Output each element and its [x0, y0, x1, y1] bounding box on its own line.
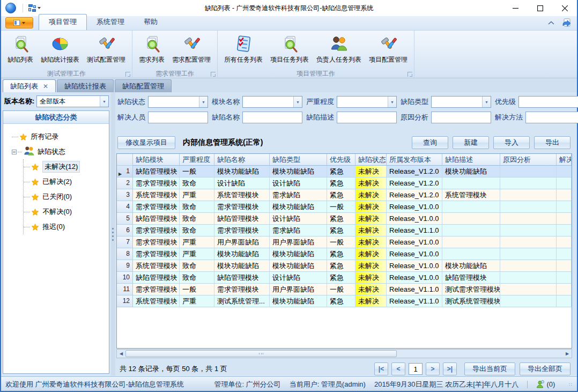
ribbon-button-缺陷列表[interactable]: 缺陷列表: [4, 33, 36, 66]
tree-item-不解决(0)[interactable]: ★不解决(0): [24, 204, 109, 219]
column-header-缺陷描述[interactable]: 缺陷描述: [442, 154, 500, 166]
cell: [442, 177, 500, 189]
doc-tab-缺陷统计报表[interactable]: 缺陷统计报表: [57, 79, 114, 92]
table-row[interactable]: 9系统管理模块致命模块功能缺陷模块功能缺陷紧急未解决Release_V1.0.0…: [117, 260, 572, 272]
scrollbar-thumb[interactable]: [125, 350, 397, 357]
tree-item-未解决(12)[interactable]: ★未解决(12): [24, 159, 109, 174]
grid-header-row: 缺陷模块严重程度缺陷名称缺陷类型优先级缺陷状态所属发布版本缺陷描述原因分析解决: [117, 154, 572, 166]
table-row[interactable]: 10缺陷管理模块致命缺陷管理模块设计缺陷紧急未解决Release_V1.0.0缺…: [117, 272, 572, 284]
column-header-缺陷模块[interactable]: 缺陷模块: [133, 154, 180, 166]
ribbon-group-label: 项目管理工作: [218, 69, 414, 77]
action-button-查询[interactable]: 查询: [412, 136, 448, 149]
scrollbar-track[interactable]: [125, 350, 563, 358]
ribbon-button-测试配置管理[interactable]: 测试配置管理: [84, 33, 129, 66]
help-button[interactable]: [562, 18, 572, 28]
action-button-导出[interactable]: 导出: [534, 136, 570, 149]
expander-minus-icon[interactable]: [12, 150, 17, 154]
minimize-button[interactable]: [503, 0, 528, 16]
ribbon-button-项目配置管理[interactable]: 项目配置管理: [366, 33, 411, 66]
column-header-缺陷状态[interactable]: 缺陷状态: [355, 154, 387, 166]
filter-input-原因分析[interactable]: [431, 112, 491, 123]
page-number-input[interactable]: [409, 363, 423, 375]
column-header-优先级[interactable]: 优先级: [327, 154, 355, 166]
splitter-handle[interactable]: [111, 92, 115, 376]
ribbon-tab-帮助[interactable]: 帮助: [134, 14, 167, 30]
close-button[interactable]: [552, 0, 577, 16]
column-header-缺陷类型[interactable]: 缺陷类型: [270, 154, 327, 166]
ribbon-button-缺陷统计报表[interactable]: 缺陷统计报表: [38, 33, 83, 66]
tree-item-所有记录[interactable]: ★所有记录: [12, 129, 109, 144]
collapse-ribbon-button[interactable]: [548, 21, 554, 25]
ribbon-button-需求配置管理[interactable]: 需求配置管理: [169, 33, 214, 66]
table-row[interactable]: 6需求管理模块致命需求管理模块需求缺陷紧急未解决Release_V1.1.0: [117, 225, 572, 236]
filter-input-缺陷描述[interactable]: [337, 112, 397, 123]
column-header-严重程度[interactable]: 严重程度: [180, 154, 214, 166]
first-page-button[interactable]: |<: [374, 363, 388, 375]
dialog-launcher-icon[interactable]: [125, 72, 130, 77]
filter-input-缺陷名称[interactable]: [242, 112, 302, 123]
message-indicator[interactable]: (0): [536, 380, 555, 388]
scroll-right-icon[interactable]: ▶: [563, 350, 572, 358]
ribbon-button-需求列表[interactable]: 需求列表: [136, 33, 168, 66]
table-row[interactable]: 7需求管理模块严重用户界面缺陷用户界面缺陷一般未解决Release_V1.0.0: [117, 236, 572, 248]
filter-input-解决人员[interactable]: [148, 112, 208, 123]
close-tab-icon[interactable]: ✕: [43, 83, 48, 90]
table-row[interactable]: 1▶缺陷管理模块一般模块功能缺陷模块功能缺陷紧急未解决Release_V1.2.…: [117, 166, 572, 177]
scroll-left-icon[interactable]: ◀: [117, 350, 125, 358]
filter-combo-严重程度[interactable]: ▼: [337, 96, 397, 108]
last-page-button[interactable]: >|: [443, 363, 457, 375]
dialog-launcher-icon[interactable]: [407, 72, 412, 77]
ribbon-tab-系统管理[interactable]: 系统管理: [87, 14, 134, 30]
ribbon-button-所有任务列表[interactable]: 所有任务列表: [221, 33, 266, 66]
ribbon-button-label: 项目任务列表: [270, 55, 309, 64]
application-menu-button[interactable]: [5, 17, 33, 28]
table-row[interactable]: 3系统管理模块严重系统管理模块需求缺陷紧急未解决Release_V1.2.0系统…: [117, 189, 572, 201]
action-button-导入[interactable]: 导入: [493, 136, 530, 149]
tree-item-label: 缺陷状态: [38, 147, 65, 157]
grip-dots-icon: [112, 226, 114, 243]
ribbon-tab-项目管理[interactable]: 项目管理: [39, 14, 87, 30]
ribbon-button-负责人任务列表[interactable]: 负责人任务列表: [313, 33, 365, 66]
table-row[interactable]: 2需求管理模块致命设计缺陷设计缺陷紧急未解决Release_V1.2.0: [117, 177, 572, 189]
quick-access-toolbar-button[interactable]: [26, 3, 43, 13]
resize-grip-icon[interactable]: ∷: [569, 382, 573, 387]
filter-combo-优先级[interactable]: ▼: [518, 96, 578, 108]
table-row[interactable]: 11需求管理模块一般需求管理模块用户界面缺陷一般未解决Release_V1.1.…: [117, 284, 572, 295]
filter-label: 原因分析: [401, 113, 428, 122]
maximize-button[interactable]: [528, 0, 552, 16]
modify-columns-button[interactable]: 修改显示项目: [117, 136, 175, 149]
filter-input-解决方法[interactable]: [525, 112, 578, 123]
filter-combo-缺陷类型[interactable]: ▼: [431, 96, 491, 108]
cell: [500, 260, 557, 272]
next-page-button[interactable]: >: [426, 363, 440, 375]
export-all-pages-button[interactable]: 导出全部页: [520, 363, 570, 375]
tree-item-推迟(0)[interactable]: ★推迟(0): [24, 219, 109, 234]
prev-page-button[interactable]: <: [391, 363, 405, 375]
table-row[interactable]: 12系统管理模块严重测试系统管理...模块功能缺陷紧急未解决Release_V1…: [117, 295, 572, 307]
column-header-解决[interactable]: 解决: [557, 154, 572, 166]
version-select[interactable]: 全部版本 ▼: [36, 95, 109, 107]
action-button-新建[interactable]: 新建: [453, 136, 489, 149]
table-row[interactable]: 5缺陷管理模块致命缺陷管理模块设计缺陷紧急未解决Release_V1.0.0: [117, 213, 572, 225]
column-header-原因分析[interactable]: 原因分析: [500, 154, 557, 166]
column-header-所属发布版本[interactable]: 所属发布版本: [387, 154, 442, 166]
column-header-缺陷名称[interactable]: 缺陷名称: [214, 154, 270, 166]
export-current-page-button[interactable]: 导出当前页: [464, 363, 515, 375]
tree-connector: [18, 152, 22, 152]
doc-tab-缺陷列表[interactable]: 缺陷列表✕: [3, 79, 56, 92]
tree-item-已解决(2)[interactable]: ★已解决(2): [24, 174, 109, 189]
tree-item-已关闭(0)[interactable]: ★已关闭(0): [24, 189, 109, 204]
cell: 设计缺陷: [270, 272, 327, 284]
cell: 未解决: [355, 177, 387, 189]
filter-combo-模块名称[interactable]: ▼: [242, 96, 302, 108]
table-row[interactable]: 8需求管理模块严重模块功能缺陷模块功能缺陷紧急未解决Release_V1.0.0: [117, 248, 572, 260]
filter-combo-缺陷状态[interactable]: ▼: [148, 96, 208, 108]
doc-tab-缺陷配置管理[interactable]: 缺陷配置管理: [115, 79, 172, 92]
cell: 测试需求管理模块: [442, 284, 500, 295]
tree-item-缺陷状态[interactable]: 缺陷状态: [12, 144, 109, 159]
dialog-launcher-icon[interactable]: [211, 72, 216, 77]
table-row[interactable]: 4需求管理模块致命需求管理模块模块功能缺陷一般未解决Release_V1.0.0: [117, 201, 572, 213]
ribbon-button-项目任务列表[interactable]: 项目任务列表: [267, 33, 312, 66]
cell: 需求管理模块: [133, 201, 180, 213]
horizontal-scrollbar[interactable]: ◀ ▶: [116, 349, 572, 358]
